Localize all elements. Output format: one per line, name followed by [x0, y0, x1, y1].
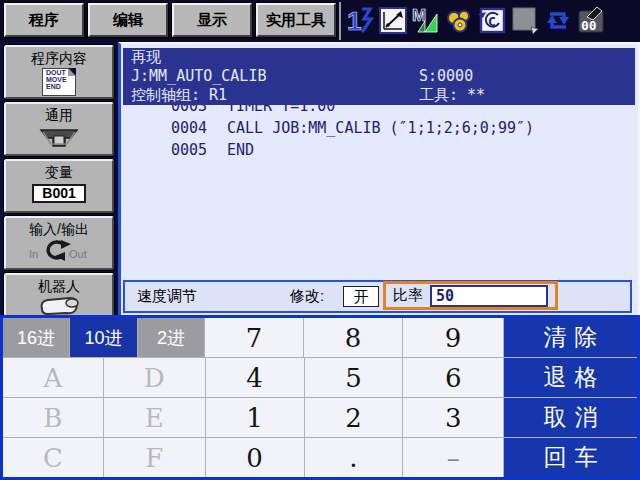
keypad-key-e[interactable]: E	[104, 398, 205, 437]
keypad-key-dot[interactable]: .	[305, 438, 403, 477]
ratio-input[interactable]: 50	[430, 285, 548, 307]
hour-meter-icon: 00	[577, 5, 605, 35]
svg-text:In: In	[29, 248, 38, 260]
svg-text:Out: Out	[69, 248, 87, 260]
keypad-key-1[interactable]: 1	[206, 398, 304, 437]
sidebar-item-label: 变量	[6, 161, 112, 181]
job-header-panel: 再现 J:MM_AUTO_CALIBS:0000 控制轴组: R1工具: **	[123, 48, 635, 105]
keypad-key-5[interactable]: 5	[305, 358, 403, 397]
code-line[interactable]: 0004 CALL JOB:MM_CALIB (″1;1;2;6;0;99″)	[123, 120, 635, 137]
numeric-keypad: 16进 10进 2进 7 8 9 清除 A D 4 5 6 退格 B E 1 2	[0, 315, 640, 480]
step-counter: S:0000	[419, 67, 473, 86]
step-cycle-icon: 1	[346, 5, 374, 35]
keypad-cancel-button[interactable]: 取消	[504, 398, 637, 437]
menu-item-edit[interactable]: 编辑	[88, 3, 168, 37]
variable-icon: B001	[32, 184, 86, 203]
modify-label: 修改:	[290, 287, 324, 306]
keypad-key-minus[interactable]: –	[403, 438, 503, 477]
job-name: J:MM_AUTO_CALIB	[131, 67, 266, 85]
sidebar-item-label: 输入/输出	[6, 218, 112, 238]
mode-label: 再现	[123, 48, 635, 67]
page-refresh-icon: C	[478, 5, 506, 35]
servo-hand-icon	[445, 5, 473, 35]
ratio-label: 比率	[393, 286, 423, 305]
keypad-key-9[interactable]: 9	[403, 318, 503, 357]
keypad-key-b[interactable]: B	[3, 398, 103, 437]
coordinate-move-icon	[379, 5, 407, 35]
svg-text:00: 00	[581, 18, 597, 33]
ratio-focus-group: 比率 50	[383, 281, 558, 310]
pendant-screen: 程序 编辑 显示 实用工具 1 M	[0, 0, 640, 480]
menu-item-program[interactable]: 程序	[4, 3, 84, 37]
radix-tab-hex[interactable]: 16进	[3, 318, 69, 357]
code-line-text: END	[227, 142, 254, 159]
job-document-icon: DOUT MOVE END	[42, 68, 76, 96]
keypad-key-8[interactable]: 8	[304, 318, 402, 357]
radix-tab-dec[interactable]: 10进	[70, 318, 137, 357]
keypad-key-6[interactable]: 6	[403, 358, 503, 397]
speed-adjust-bar: 速度调节 修改: 开 比率 50	[123, 280, 632, 313]
menu-item-display[interactable]: 显示	[172, 3, 252, 37]
keypad-key-4[interactable]: 4	[206, 358, 304, 397]
keypad-key-c[interactable]: C	[3, 438, 103, 477]
keypad-key-a[interactable]: A	[3, 358, 103, 397]
code-line-text: CALL JOB:MM_CALIB (″1;1;2;6;0;99″)	[227, 120, 534, 137]
job-name-row: J:MM_AUTO_CALIBS:0000	[123, 67, 635, 86]
keypad-enter-button[interactable]: 回车	[504, 438, 637, 477]
keypad-key-3[interactable]: 3	[403, 398, 503, 437]
axis-group: 控制轴组: R1	[131, 86, 227, 104]
main-panel: 再现 J:MM_AUTO_CALIBS:0000 控制轴组: R1工具: ** …	[118, 42, 640, 315]
code-line-number: 0005	[171, 142, 227, 159]
general-tool-icon	[37, 124, 81, 154]
axis-group-row: 控制轴组: R1工具: **	[123, 86, 635, 105]
sidebar-item-general[interactable]: 通用	[4, 102, 114, 156]
status-icon-bar: 1 M C	[346, 5, 605, 35]
code-line-number: 0004	[171, 120, 227, 137]
keypad-clear-button[interactable]: 清除	[504, 318, 637, 357]
keypad-key-0[interactable]: 0	[206, 438, 304, 477]
sidebar-item-variable[interactable]: 变量 B001	[4, 159, 114, 213]
keypad-key-d[interactable]: D	[104, 358, 205, 397]
cycle-loop-icon	[544, 5, 572, 35]
sidebar-item-label: 通用	[6, 104, 112, 124]
inactive-square-icon	[511, 5, 539, 35]
speed-adjust-title: 速度调节	[137, 287, 197, 306]
sidebar-item-job-content[interactable]: 程序内容 DOUT MOVE END	[4, 45, 114, 99]
sidebar-item-in-out[interactable]: 输入/输出 In Out	[4, 216, 114, 270]
sidebar-item-label: 机器人	[6, 275, 112, 295]
keypad-key-2[interactable]: 2	[305, 398, 403, 437]
code-line[interactable]: 0005 END	[123, 142, 635, 159]
svg-text:1: 1	[347, 6, 361, 35]
in-out-icon: In Out	[27, 238, 91, 266]
tool-value: 工具: **	[419, 86, 485, 105]
modify-toggle[interactable]: 开	[343, 286, 379, 307]
sidebar-item-label: 程序内容	[6, 47, 112, 67]
keypad-key-f[interactable]: F	[104, 438, 205, 477]
radix-tab-bin[interactable]: 2进	[138, 318, 204, 357]
keypad-backspace-button[interactable]: 退格	[504, 358, 637, 397]
keypad-key-7[interactable]: 7	[205, 318, 303, 357]
menu-toolbar-divider	[339, 2, 341, 40]
manual-speed-icon: M	[412, 5, 440, 35]
menu-item-utility[interactable]: 实用工具	[256, 3, 336, 37]
